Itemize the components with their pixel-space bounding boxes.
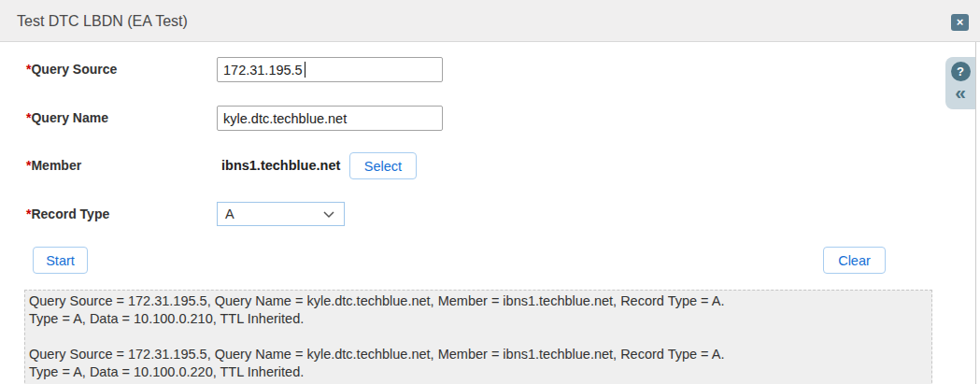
member-label: *Member (26, 158, 81, 173)
query-name-input[interactable] (217, 106, 443, 131)
content-right-border (975, 42, 976, 384)
collapse-left-icon[interactable]: « (955, 81, 966, 104)
help-side-panel: ? « (945, 57, 975, 109)
member-value: ibns1.techblue.net (221, 158, 340, 173)
select-member-button[interactable]: Select (349, 152, 417, 179)
query-name-label: *Query Name (26, 110, 108, 125)
record-type-select[interactable]: A (217, 202, 345, 226)
query-source-input[interactable] (217, 57, 443, 82)
result-block: Query Source = 172.31.195.5, Query Name … (29, 346, 928, 381)
record-type-label: *Record Type (26, 206, 109, 221)
result-block: Query Source = 172.31.195.5, Query Name … (29, 292, 928, 328)
dialog-titlebar: Test DTC LBDN (EA Test) × (0, 0, 980, 42)
test-dtc-lbdn-dialog: Test DTC LBDN (EA Test) × ? « *Query Sou… (0, 0, 980, 384)
text-cursor (305, 62, 305, 78)
help-icon[interactable]: ? (951, 62, 971, 81)
close-icon[interactable]: × (951, 14, 969, 31)
test-results-output: Query Source = 172.31.195.5, Query Name … (24, 290, 932, 384)
query-source-label: *Query Source (26, 62, 117, 77)
dialog-title: Test DTC LBDN (EA Test) (17, 0, 188, 42)
clear-button[interactable]: Clear (823, 247, 886, 274)
start-button[interactable]: Start (33, 247, 88, 274)
record-type-selected-value: A (225, 206, 234, 221)
chevron-down-icon (323, 211, 334, 219)
